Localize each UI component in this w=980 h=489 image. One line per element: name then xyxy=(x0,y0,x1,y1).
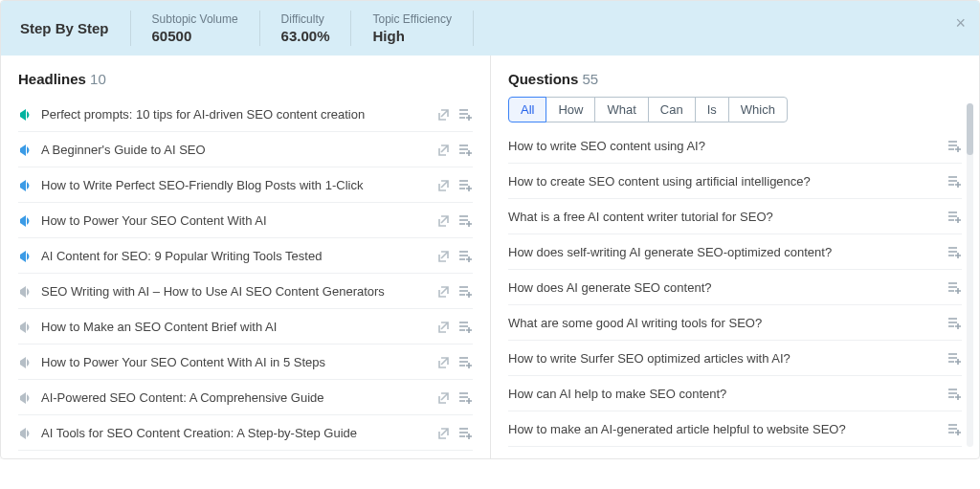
headline-row[interactable]: Perfect prompts: 10 tips for AI-driven S… xyxy=(18,97,473,132)
close-icon[interactable]: × xyxy=(955,14,966,32)
add-to-list-icon[interactable] xyxy=(457,425,473,440)
megaphone-icon xyxy=(18,249,33,263)
filter-which[interactable]: Which xyxy=(728,97,788,122)
megaphone-icon xyxy=(18,355,33,369)
add-to-list-icon[interactable] xyxy=(457,319,473,334)
megaphone-icon xyxy=(18,320,33,334)
questions-header: Questions 55 xyxy=(508,71,962,87)
add-to-list-icon[interactable] xyxy=(457,177,473,192)
metric-label: Subtopic Volume xyxy=(152,12,238,26)
headline-row[interactable]: AI Tools for SEO Content Creation: A Ste… xyxy=(18,415,473,451)
add-to-list-icon[interactable] xyxy=(457,142,473,157)
add-to-list-icon[interactable] xyxy=(947,244,962,259)
card-header: Step By Step Subtopic Volume 60500 Diffi… xyxy=(1,1,979,56)
megaphone-icon xyxy=(18,213,33,228)
external-link-icon[interactable] xyxy=(436,355,450,368)
question-row[interactable]: How to make an AI-generated article help… xyxy=(508,411,962,447)
filter-what[interactable]: What xyxy=(594,97,648,122)
question-text: How does AI generate SEO content? xyxy=(508,280,939,295)
headline-row[interactable]: How to Write Perfect SEO-Friendly Blog P… xyxy=(18,167,473,203)
external-link-icon[interactable] xyxy=(436,143,450,156)
question-row[interactable]: How can AI help to make SEO content? xyxy=(508,376,962,411)
filter-can[interactable]: Can xyxy=(648,97,696,122)
headline-row[interactable]: How to Make an SEO Content Brief with AI xyxy=(18,309,473,345)
headline-text: How to Make an SEO Content Brief with AI xyxy=(41,320,425,334)
add-to-list-icon[interactable] xyxy=(947,173,962,189)
question-text: How to create SEO content using artifici… xyxy=(508,174,939,189)
metric-value: High xyxy=(372,28,451,44)
headline-row[interactable]: AI Content for SEO: 9 Popular Writing To… xyxy=(18,238,473,274)
filter-how[interactable]: How xyxy=(546,97,595,122)
question-row[interactable]: How does AI generate SEO content? xyxy=(508,270,962,305)
questions-count: 55 xyxy=(583,71,599,87)
add-to-list-icon[interactable] xyxy=(457,106,473,122)
questions-panel: Questions 55 AllHowWhatCanIsWhich How to… xyxy=(490,56,979,458)
megaphone-icon xyxy=(18,178,33,192)
external-link-icon[interactable] xyxy=(436,178,450,191)
add-to-list-icon[interactable] xyxy=(947,279,962,295)
megaphone-icon xyxy=(18,284,33,299)
metric-difficulty: Difficulty 63.00% xyxy=(260,11,352,46)
add-to-list-icon[interactable] xyxy=(947,421,962,436)
headline-row[interactable]: A Beginner's Guide to AI SEO xyxy=(18,132,473,167)
question-text: What are some good AI writing tools for … xyxy=(508,316,939,330)
add-to-list-icon[interactable] xyxy=(457,354,473,369)
topic-title: Step By Step xyxy=(18,11,131,46)
headline-text: How to Power Your SEO Content With AI xyxy=(41,213,425,228)
metric-value: 63.00% xyxy=(281,28,330,44)
headline-text: AI Tools for SEO Content Creation: A Ste… xyxy=(41,426,425,440)
external-link-icon[interactable] xyxy=(436,249,450,262)
headline-row[interactable]: SEO Writing with AI – How to Use AI SEO … xyxy=(18,274,473,309)
question-text: How to write Surfer SEO optimized articl… xyxy=(508,351,939,366)
headline-row[interactable]: How to Power Your SEO Content With AI in… xyxy=(18,345,473,380)
external-link-icon[interactable] xyxy=(436,320,450,333)
add-to-list-icon[interactable] xyxy=(947,350,962,366)
headlines-header: Headlines 10 xyxy=(18,71,473,87)
headline-text: Perfect prompts: 10 tips for AI-driven S… xyxy=(41,107,425,122)
headline-text: AI Content for SEO: 9 Popular Writing To… xyxy=(41,249,425,263)
question-row[interactable]: How to write SEO content using AI? xyxy=(508,128,962,164)
add-to-list-icon[interactable] xyxy=(457,248,473,263)
add-to-list-icon[interactable] xyxy=(457,212,473,228)
headlines-count: 10 xyxy=(90,71,106,87)
metric-label: Topic Efficiency xyxy=(372,12,451,26)
question-row[interactable]: How to create SEO content using artifici… xyxy=(508,164,962,199)
external-link-icon[interactable] xyxy=(436,107,450,121)
external-link-icon[interactable] xyxy=(436,426,450,439)
add-to-list-icon[interactable] xyxy=(457,389,473,405)
add-to-list-icon[interactable] xyxy=(947,315,962,330)
add-to-list-icon[interactable] xyxy=(947,386,962,401)
scrollbar-thumb[interactable] xyxy=(967,103,973,155)
question-row[interactable]: How to write Surfer SEO optimized articl… xyxy=(508,341,962,376)
add-to-list-icon[interactable] xyxy=(947,138,962,153)
add-to-list-icon[interactable] xyxy=(457,283,473,299)
question-filter-group: AllHowWhatCanIsWhich xyxy=(508,97,962,122)
question-text: How to make an AI-generated article help… xyxy=(508,422,939,436)
question-row[interactable]: What is a free AI content writer tutoria… xyxy=(508,199,962,234)
add-to-list-icon[interactable] xyxy=(947,209,962,224)
headline-row[interactable]: AI-Powered SEO Content: A Comprehensive … xyxy=(18,380,473,415)
question-row[interactable]: What are some good AI writing tools for … xyxy=(508,305,962,341)
headlines-title: Headlines xyxy=(18,71,86,87)
external-link-icon[interactable] xyxy=(436,390,450,404)
question-row[interactable]: How does self-writing AI generate SEO-op… xyxy=(508,234,962,270)
question-text: How to write SEO content using AI? xyxy=(508,139,939,153)
question-text: How can AI help to make SEO content? xyxy=(508,387,939,401)
megaphone-icon xyxy=(18,426,33,440)
questions-title: Questions xyxy=(508,71,578,87)
external-link-icon[interactable] xyxy=(436,284,450,298)
external-link-icon[interactable] xyxy=(436,213,450,227)
headline-text: How to Write Perfect SEO-Friendly Blog P… xyxy=(41,178,425,192)
topic-card: Step By Step Subtopic Volume 60500 Diffi… xyxy=(0,0,980,459)
headline-text: AI-Powered SEO Content: A Comprehensive … xyxy=(41,390,425,405)
metric-value: 60500 xyxy=(152,28,238,44)
filter-all[interactable]: All xyxy=(508,97,546,122)
filter-is[interactable]: Is xyxy=(695,97,729,122)
headline-text: How to Power Your SEO Content With AI in… xyxy=(41,355,425,369)
scrollbar[interactable] xyxy=(967,103,973,447)
megaphone-icon xyxy=(18,143,33,157)
metric-topic-efficiency: Topic Efficiency High xyxy=(351,11,473,46)
panels: Headlines 10 Perfect prompts: 10 tips fo… xyxy=(1,56,979,458)
headline-text: SEO Writing with AI – How to Use AI SEO … xyxy=(41,284,425,299)
headline-row[interactable]: How to Power Your SEO Content With AI xyxy=(18,203,473,238)
